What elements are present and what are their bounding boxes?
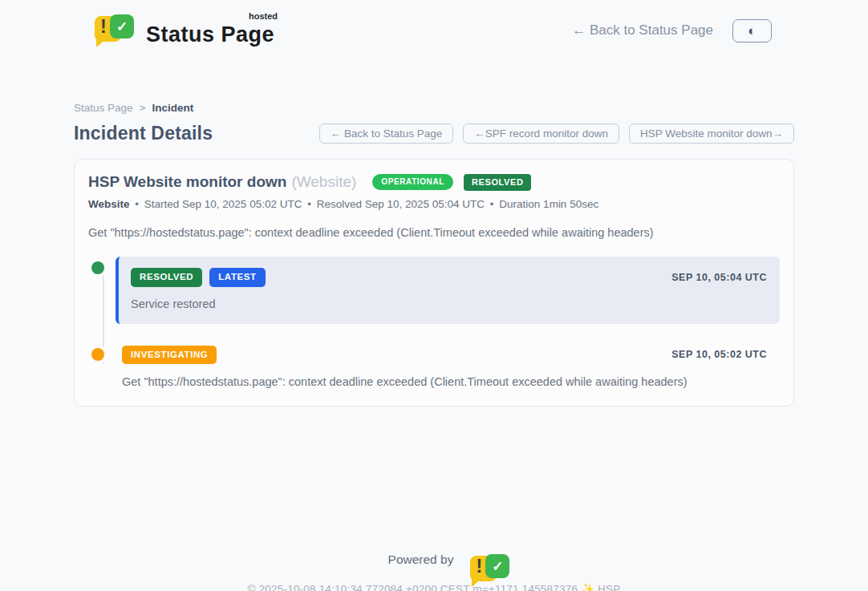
brand[interactable]: ! ✓ Status Page hosted xyxy=(95,13,274,48)
timeline-timestamp: SEP 10, 05:02 UTC xyxy=(671,349,767,360)
timeline-timestamp: SEP 10, 05:04 UTC xyxy=(671,272,767,283)
investigating-badge: INVESTIGATING xyxy=(122,346,217,365)
timeline-dot-orange xyxy=(91,348,104,361)
logo-check-icon: ✓ xyxy=(485,554,509,578)
timeline-badge-row: INVESTIGATING SEP 10, 05:02 UTC xyxy=(122,346,767,365)
timeline-message: Service restored xyxy=(131,298,767,310)
logo-check-icon: ✓ xyxy=(110,14,134,38)
copyright-line: © 2025-10-08 14:10:34.772084 +0200 CEST … xyxy=(74,582,794,591)
breadcrumb-incident: Incident xyxy=(152,102,193,114)
timeline-message: Get "https://hostedstatus.page": context… xyxy=(122,375,767,388)
incident-meta: Website • Started Sep 10, 2025 05:02 UTC… xyxy=(88,198,780,210)
next-incident-button[interactable]: HSP Website monitor down→ xyxy=(629,123,794,144)
meta-started: Started Sep 10, 2025 05:02 UTC xyxy=(144,198,302,210)
timeline-entry-content: INVESTIGATING SEP 10, 05:02 UTC Get "htt… xyxy=(116,343,780,389)
half-circle-contrast-icon: ◐ xyxy=(748,24,756,38)
header: ! ✓ Status Page hosted ← Back to Status … xyxy=(0,0,868,61)
incident-timeline: RESOLVED LATEST SEP 10, 05:04 UTC Servic… xyxy=(88,257,780,388)
title-row: Incident Details ← Back to Status Page ←… xyxy=(74,123,794,144)
resolved-badge: RESOLVED xyxy=(131,268,202,287)
incident-title-row: HSP Website monitor down (Website) OPERA… xyxy=(88,173,780,191)
meta-separator: • xyxy=(307,198,311,210)
back-to-status-page-link[interactable]: ← Back to Status Page xyxy=(572,22,713,38)
brand-text: Status Page hosted xyxy=(146,13,274,47)
resolved-status-badge: RESOLVED xyxy=(464,174,532,191)
incident-description: Get "https://hostedstatus.page": context… xyxy=(88,226,780,239)
prev-incident-button[interactable]: ←SPF record monitor down xyxy=(463,123,619,144)
timeline-dot-green xyxy=(91,261,104,274)
breadcrumb-separator: > xyxy=(140,102,146,114)
logo-exclaim-glyph: ! xyxy=(100,18,107,36)
operational-status-badge: OPERATIONAL xyxy=(372,174,453,190)
back-link-label: Back to Status Page xyxy=(590,22,713,38)
back-to-status-page-button[interactable]: ← Back to Status Page xyxy=(319,123,454,144)
footer-logo-icon: ! ✓ xyxy=(460,553,480,570)
incident-nav-buttons: ← Back to Status Page ←SPF record monito… xyxy=(319,123,794,144)
header-actions: ← Back to Status Page ◐ xyxy=(572,19,772,43)
brand-name: Status Page xyxy=(146,22,274,47)
breadcrumb: Status Page > Incident xyxy=(74,102,794,114)
timeline-badge-row: RESOLVED LATEST SEP 10, 05:04 UTC xyxy=(131,268,767,287)
meta-component: Website xyxy=(88,198,130,210)
meta-resolved: Resolved Sep 10, 2025 05:04 UTC xyxy=(317,198,485,210)
left-arrow-icon: ← xyxy=(572,22,586,38)
meta-separator: • xyxy=(490,198,494,210)
latest-badge: LATEST xyxy=(209,268,265,287)
timeline-entry-investigating: INVESTIGATING SEP 10, 05:02 UTC Get "htt… xyxy=(89,343,780,389)
brand-superscript: hosted xyxy=(249,11,278,21)
status-page-logo-icon: ! ✓ xyxy=(95,13,136,48)
meta-duration: Duration 1min 50sec xyxy=(499,198,598,210)
powered-by[interactable]: Powered by ! ✓ xyxy=(74,551,794,569)
meta-separator: • xyxy=(135,198,139,210)
theme-toggle-button[interactable]: ◐ xyxy=(732,19,772,43)
incident-card: HSP Website monitor down (Website) OPERA… xyxy=(74,159,794,407)
logo-exclaim-glyph: ! xyxy=(476,557,482,576)
footer: Powered by ! ✓ © 2025-10-08 14:10:34.772… xyxy=(74,551,794,591)
breadcrumb-status-page[interactable]: Status Page xyxy=(74,102,133,114)
page-title: Incident Details xyxy=(74,123,213,144)
timeline-entry-resolved: RESOLVED LATEST SEP 10, 05:04 UTC Servic… xyxy=(89,257,780,324)
powered-by-label: Powered by xyxy=(388,553,454,567)
main-content: Status Page > Incident Incident Details … xyxy=(74,102,794,591)
timeline-entry-content-latest: RESOLVED LATEST SEP 10, 05:04 UTC Servic… xyxy=(116,257,780,324)
incident-title: HSP Website monitor down xyxy=(88,173,286,191)
incident-component: (Website) xyxy=(291,173,356,191)
